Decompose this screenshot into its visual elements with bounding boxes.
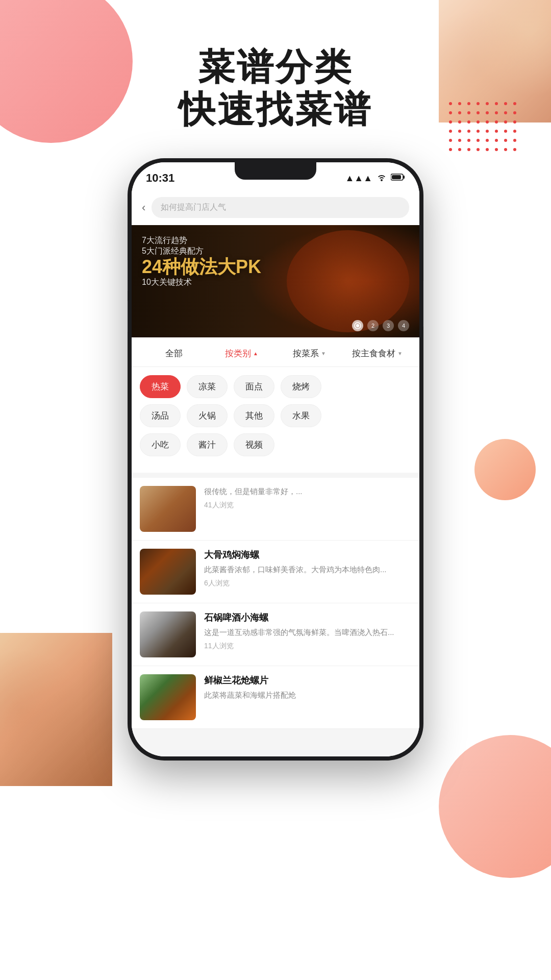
recipe-thumb-3 <box>140 611 196 657</box>
banner-text: 7大流行趋势 5大门派经典配方 24种做法大PK 10大关键技术 <box>142 235 261 288</box>
banner-dot-2[interactable]: 2 <box>367 320 379 331</box>
recipe-info-1: 很传统，但是销量非常好，... 41人浏览 <box>204 486 411 532</box>
recipe-views-3: 11人浏览 <box>204 642 411 651</box>
recipe-item-2[interactable]: 大骨鸡焖海螺 此菜酱香浓郁，口味鲜美香浓。大骨鸡为本地特色肉... 6人浏览 <box>132 541 419 603</box>
main-title: 菜谱分类 <box>0 46 551 88</box>
back-button[interactable]: ‹ <box>142 201 145 214</box>
filter-category-arrow: ▲ <box>253 351 258 356</box>
recipe-info-3: 石锅啤酒小海螺 这是一道互动感非常强的气氛海鲜菜。当啤酒浇入热石... 11人浏… <box>204 611 411 657</box>
filter-ingredient-arrow: ▼ <box>397 351 403 356</box>
recipe-views-2: 6人浏览 <box>204 579 411 588</box>
signal-icon: ▲▲▲ <box>345 173 372 184</box>
battery-icon <box>391 173 405 184</box>
recipe-desc-3: 这是一道互动感非常强的气氛海鲜菜。当啤酒浇入热石... <box>204 627 411 639</box>
category-chips: 热菜 凉菜 面点 烧烤 汤品 <box>132 367 419 473</box>
chip-dim-sum[interactable]: 面点 <box>234 375 274 398</box>
wifi-icon <box>377 173 387 184</box>
chip-snacks[interactable]: 小吃 <box>140 433 181 456</box>
recipe-thumb-1 <box>140 486 196 532</box>
recipe-title-4: 鲜椒兰花炝螺片 <box>204 674 411 687</box>
chip-sauce[interactable]: 酱汁 <box>187 433 228 456</box>
phone-frame: 10:31 ▲▲▲ <box>128 158 423 761</box>
phone-screen: 10:31 ▲▲▲ <box>132 162 419 756</box>
phone-notch <box>235 162 316 180</box>
svg-rect-1 <box>403 176 405 179</box>
chips-row-2: 汤品 火锅 其他 水果 <box>140 404 411 427</box>
recipe-info-2: 大骨鸡焖海螺 此菜酱香浓郁，口味鲜美香浓。大骨鸡为本地特色肉... 6人浏览 <box>204 549 411 595</box>
banner-pagination: 2 3 4 <box>352 320 409 331</box>
filter-row: 全部 按类别 ▲ 按菜系 ▼ 按主食食材 ▼ <box>140 345 411 362</box>
chips-row-3: 小吃 酱汁 视频 <box>140 433 411 456</box>
phone-power-button <box>423 281 423 327</box>
recipe-item-3[interactable]: 石锅啤酒小海螺 这是一道互动感非常强的气氛海鲜菜。当啤酒浇入热石... 11人浏… <box>132 603 419 666</box>
recipe-item-1[interactable]: 很传统，但是销量非常好，... 41人浏览 <box>132 478 419 541</box>
header-section: 菜谱分类 快速找菜谱 <box>0 46 551 131</box>
recipe-item-4[interactable]: 鲜椒兰花炝螺片 此菜将蔬菜和海螺片搭配炝 <box>132 666 419 729</box>
status-time: 10:31 <box>146 172 174 185</box>
bg-decoration-bottom-left <box>0 633 112 786</box>
chip-other[interactable]: 其他 <box>234 404 274 427</box>
chip-hotpot[interactable]: 火锅 <box>187 404 228 427</box>
banner-line2: 5大门派经典配方 <box>142 246 261 257</box>
recipe-desc-2: 此菜酱香浓郁，口味鲜美香浓。大骨鸡为本地特色肉... <box>204 564 411 576</box>
food-image-bottom-left <box>0 633 112 786</box>
banner-main-text: 24种做法大PK <box>142 257 261 277</box>
chip-bbq[interactable]: 烧烤 <box>281 375 321 398</box>
bg-circle-orange <box>474 439 536 500</box>
bg-decoration-bottom-right <box>439 735 551 878</box>
filter-all[interactable]: 全部 <box>140 345 208 362</box>
chip-cold-dishes[interactable]: 凉菜 <box>187 375 228 398</box>
search-input[interactable]: 如何提高门店人气 <box>152 197 409 218</box>
recipe-thumb-2 <box>140 549 196 595</box>
filter-tabs: 全部 按类别 ▲ 按菜系 ▼ 按主食食材 ▼ <box>132 337 419 367</box>
chip-soup[interactable]: 汤品 <box>140 404 181 427</box>
phone-volume-up <box>128 260 128 291</box>
svg-rect-2 <box>392 175 401 179</box>
status-icons: ▲▲▲ <box>345 173 405 184</box>
main-subtitle: 快速找菜谱 <box>0 88 551 131</box>
filter-cuisine-arrow: ▼ <box>321 351 326 356</box>
recipe-info-4: 鲜椒兰花炝螺片 此菜将蔬菜和海螺片搭配炝 <box>204 674 411 720</box>
chip-video[interactable]: 视频 <box>234 433 274 456</box>
screen-content: ‹ 如何提高门店人气 7大流行趋势 5大门派经典配方 24种做法大PK <box>132 190 419 756</box>
filter-by-ingredient[interactable]: 按主食食材 ▼ <box>343 345 411 362</box>
phone-volume-down <box>128 301 128 332</box>
banner-section[interactable]: 7大流行趋势 5大门派经典配方 24种做法大PK 10大关键技术 2 3 4 <box>132 225 419 337</box>
recipe-thumb-4 <box>140 674 196 720</box>
recipe-title-3: 石锅啤酒小海螺 <box>204 611 411 624</box>
recipe-views-1: 41人浏览 <box>204 501 411 510</box>
banner-line1: 7大流行趋势 <box>142 235 261 246</box>
banner-dot-3[interactable]: 3 <box>383 320 394 331</box>
banner-line3: 10大关键技术 <box>142 277 261 288</box>
banner-crawfish-image <box>287 230 409 332</box>
recipe-desc-4: 此菜将蔬菜和海螺片搭配炝 <box>204 690 411 701</box>
filter-by-category[interactable]: 按类别 ▲ <box>208 345 276 362</box>
filter-by-cuisine[interactable]: 按菜系 ▼ <box>276 345 343 362</box>
banner-dot-1[interactable] <box>352 320 363 331</box>
chip-fruit[interactable]: 水果 <box>281 404 321 427</box>
search-bar: ‹ 如何提高门店人气 <box>132 190 419 225</box>
chips-row-1: 热菜 凉菜 面点 烧烤 <box>140 375 411 398</box>
recipe-desc-1: 很传统，但是销量非常好，... <box>204 486 411 498</box>
svg-point-4 <box>356 324 359 327</box>
recipe-title-2: 大骨鸡焖海螺 <box>204 549 411 561</box>
banner-dot-4[interactable]: 4 <box>398 320 409 331</box>
recipe-list: 很传统，但是销量非常好，... 41人浏览 大骨鸡焖海螺 此菜酱香浓郁，口味鲜美… <box>132 478 419 729</box>
chip-hot-dishes[interactable]: 热菜 <box>140 375 181 398</box>
